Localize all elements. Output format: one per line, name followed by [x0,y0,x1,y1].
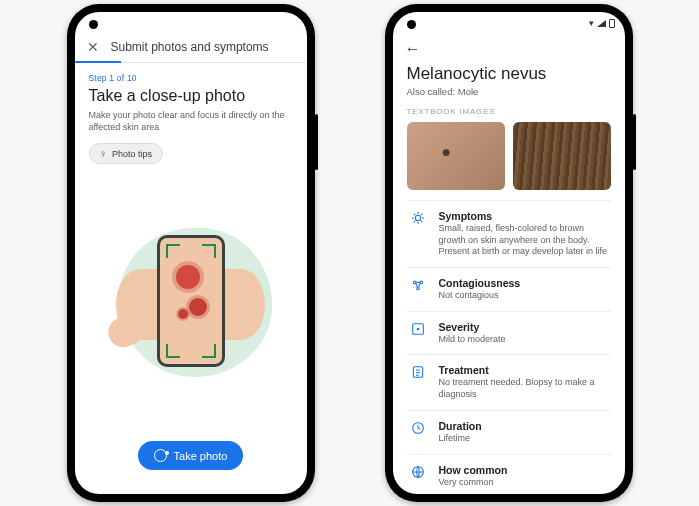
info-desc: Very common [439,477,609,489]
svg-point-1 [413,281,416,284]
phone-illustration [157,235,225,368]
page-heading: Take a close-up photo [89,87,293,105]
take-photo-label: Take photo [174,450,228,462]
info-item-how-common: How common Very common [407,455,611,495]
skin-spot-icon [178,309,188,319]
info-title: Symptoms [439,210,609,222]
duration-icon [409,420,427,445]
info-desc: Lifetime [439,433,609,445]
condition-title: Melanocytic nevus [407,64,611,84]
battery-icon [609,19,615,28]
signal-icon [597,20,606,27]
info-desc: Small, raised, flesh-colored to brown gr… [439,223,609,258]
treatment-icon [409,364,427,400]
take-photo-button[interactable]: Take photo [138,441,244,470]
skin-spot-icon [189,298,207,316]
progress-indicator [75,61,121,63]
textbook-image[interactable] [513,122,611,190]
info-item-severity: Severity Mild to moderate [407,312,611,356]
info-item-treatment: Treatment No treament needed. Biopsy to … [407,355,611,410]
severity-icon [409,321,427,346]
viewfinder-corner-icon [202,344,216,358]
step-label: Step 1 of 10 [89,73,293,83]
svg-point-5 [416,327,419,330]
svg-point-0 [415,215,420,220]
camera-icon [154,449,167,462]
phone-mock-left: ✕ Submit photos and symptoms Step 1 of 1… [67,4,315,502]
viewfinder-corner-icon [202,244,216,258]
topbar: ← [393,34,625,64]
status-bar: ▾ [393,12,625,34]
contagiousness-icon [409,277,427,302]
info-desc: Mild to moderate [439,334,609,346]
info-desc: No treament needed. Biopsy to make a dia… [439,377,609,400]
status-bar [75,12,307,34]
textbook-image[interactable] [407,122,505,190]
svg-point-3 [416,287,419,290]
section-label: TEXTBOOK IMAGES [407,107,611,116]
lightbulb-icon: ♀ [100,148,108,159]
info-title: How common [439,464,609,476]
topbar: ✕ Submit photos and symptoms [75,34,307,63]
info-title: Severity [439,321,609,333]
photo-tips-chip[interactable]: ♀ Photo tips [89,143,164,164]
info-item-contagiousness: Contagiousness Not contagious [407,268,611,312]
screen-left: ✕ Submit photos and symptoms Step 1 of 1… [75,12,307,494]
info-item-symptoms: Symptoms Small, raised, flesh-colored to… [407,201,611,268]
back-icon[interactable]: ← [405,40,421,58]
svg-point-2 [420,281,423,284]
camera-punch-hole [407,20,416,29]
info-item-duration: Duration Lifetime [407,411,611,455]
info-list: Symptoms Small, raised, flesh-colored to… [407,200,611,494]
phone-mock-right: ▾ ← Melanocytic nevus Also called: Mole … [385,4,633,502]
symptoms-icon [409,210,427,258]
close-icon[interactable]: ✕ [87,40,99,54]
viewfinder-corner-icon [166,244,180,258]
info-title: Duration [439,420,609,432]
camera-punch-hole [89,20,98,29]
screen-right: ▾ ← Melanocytic nevus Also called: Mole … [393,12,625,494]
info-desc: Not contagious [439,290,609,302]
illustration [89,164,293,441]
wifi-icon: ▾ [589,18,594,28]
also-called: Also called: Mole [407,86,611,97]
textbook-images-row [407,122,611,190]
topbar-title: Submit photos and symptoms [111,40,269,54]
viewfinder-corner-icon [166,344,180,358]
photo-tips-label: Photo tips [112,149,152,159]
info-title: Treatment [439,364,609,376]
info-title: Contagiousness [439,277,609,289]
page-subtext: Make your photo clear and focus it direc… [89,109,293,133]
how-common-icon [409,464,427,489]
skin-spot-icon [176,265,200,289]
